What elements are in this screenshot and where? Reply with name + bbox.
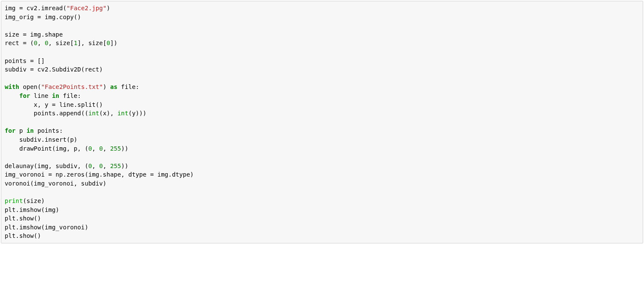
code-line: plt.show() [5, 232, 41, 239]
code-line: with open("Face2Points.txt") as file: [5, 83, 139, 90]
code-line: delaunay(img, subdiv, (0, 0, 255)) [5, 163, 128, 169]
code-line: points = [] [5, 57, 45, 64]
code-line: rect = (0, 0, size[1], size[0]) [5, 40, 117, 46]
code-line: subdiv = cv2.Subdiv2D(rect) [5, 66, 103, 73]
code-line: plt.imshow(img_voronoi) [5, 224, 88, 231]
code-line: img = cv2.imread("Face2.jpg") [5, 5, 110, 11]
code-line: voronoi(img_voronoi, subdiv) [5, 180, 106, 187]
code-line: size = img.shape [5, 31, 63, 38]
code-line: img_voronoi = np.zeros(img.shape, dtype … [5, 171, 194, 178]
code-line: for p in points: [5, 127, 63, 134]
code-line: x, y = line.split() [5, 101, 103, 108]
code-line: img_orig = img.copy() [5, 14, 81, 20]
code-line: subdiv.insert(p) [5, 136, 77, 143]
code-line: plt.imshow(img) [5, 206, 59, 213]
code-line: for line in file: [5, 92, 81, 99]
code-cell[interactable]: img = cv2.imread("Face2.jpg") img_orig =… [1, 1, 643, 243]
code-line: print(size) [5, 197, 45, 204]
code-content[interactable]: img = cv2.imread("Face2.jpg") img_orig =… [5, 4, 639, 240]
code-line: drawPoint(img, p, (0, 0, 255)) [5, 145, 128, 152]
code-line: points.append((int(x), int(y))) [5, 110, 146, 117]
code-line: plt.show() [5, 215, 41, 222]
